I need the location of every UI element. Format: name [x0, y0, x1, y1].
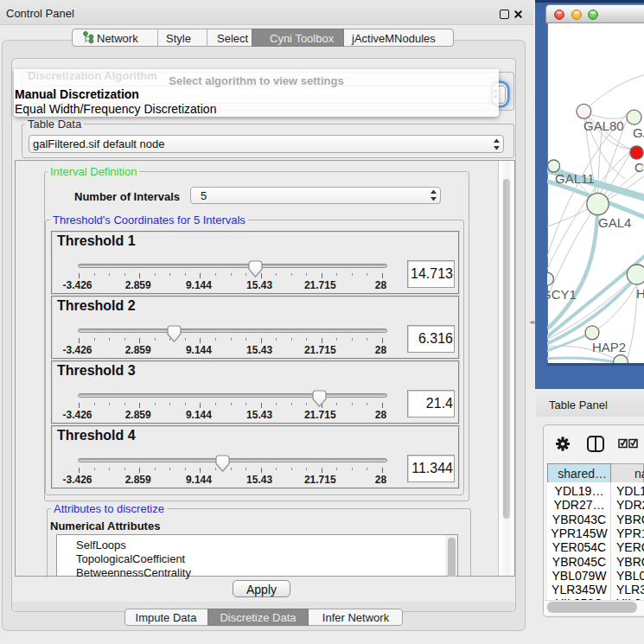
svg-text:GA: GA: [633, 125, 644, 140]
svg-text:GCY1: GCY1: [547, 287, 577, 302]
svg-text:C: C: [634, 160, 644, 175]
svg-text:HAP2: HAP2: [592, 340, 626, 354]
svg-text:GAL80: GAL80: [583, 118, 624, 133]
svg-text:H: H: [636, 286, 644, 301]
svg-text:GAL4: GAL4: [598, 215, 631, 230]
svg-text:GAL11: GAL11: [555, 171, 595, 186]
